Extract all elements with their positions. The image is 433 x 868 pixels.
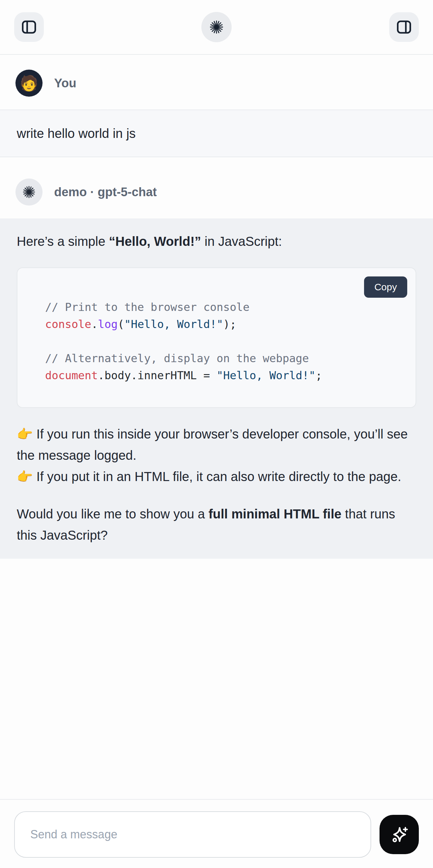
- assistant-tip-paragraph-2: 👉 If you put it in an HTML file, it can …: [17, 466, 416, 487]
- question-bold: full minimal HTML file: [209, 507, 341, 521]
- message-input[interactable]: [14, 811, 371, 858]
- panel-left-icon: [21, 19, 37, 35]
- assistant-question-paragraph: Would you like me to show you a full min…: [17, 503, 416, 546]
- code-token-plain: ;: [315, 369, 322, 382]
- sidebar-right-toggle-button[interactable]: [389, 12, 419, 42]
- code-token-plain: );: [223, 318, 237, 331]
- app-logo-button[interactable]: [202, 12, 231, 42]
- code-token-red: console: [45, 318, 91, 331]
- code-block: Copy // Print to the browser console con…: [17, 268, 416, 408]
- assistant-intro-paragraph: Here’s a simple “Hello, World!” in JavaS…: [17, 231, 416, 252]
- top-bar: [0, 0, 433, 55]
- code-token-comment: // Alternatively, display on the webpage: [45, 352, 309, 365]
- sparkle-send-icon: [389, 824, 410, 845]
- spacer: [0, 157, 433, 164]
- send-button[interactable]: [379, 815, 419, 854]
- user-role-label: You: [54, 76, 76, 90]
- user-avatar-emoji: 🧑: [20, 76, 38, 91]
- assistant-avatar: [16, 179, 42, 206]
- user-message: write hello world in js: [0, 110, 433, 157]
- chat-app-screen: 🧑 You write hello world in js demo · gpt…: [0, 0, 433, 868]
- code-token-plain: .: [91, 318, 98, 331]
- sidebar-left-toggle-button[interactable]: [14, 12, 44, 42]
- code-token-comment: // Print to the browser console: [45, 301, 250, 313]
- composer-bar: [0, 799, 433, 868]
- user-avatar: 🧑: [16, 70, 42, 97]
- code-token-plain: .body.innerHTML =: [98, 369, 216, 382]
- question-prefix: Would you like me to show you a: [17, 507, 209, 521]
- assistant-message: Here’s a simple “Hello, World!” in JavaS…: [0, 218, 433, 559]
- starburst-avatar-icon: [22, 185, 36, 199]
- user-role-row: 🧑 You: [0, 55, 433, 110]
- code-token-string: "Hello, World!": [216, 369, 315, 382]
- copy-code-button[interactable]: Copy: [364, 276, 407, 298]
- code-token-plain: (: [118, 318, 124, 331]
- starburst-logo-icon: [209, 20, 224, 34]
- assistant-role-row: demo · gpt-5-chat: [0, 164, 433, 218]
- intro-bold: “Hello, World!”: [109, 234, 201, 248]
- assistant-role-label: demo · gpt-5-chat: [54, 185, 157, 199]
- empty-chat-space: [0, 559, 433, 799]
- user-message-text: write hello world in js: [17, 126, 136, 141]
- panel-right-icon: [396, 19, 412, 35]
- intro-prefix: Here’s a simple: [17, 234, 109, 248]
- code-token-string: "Hello, World!": [124, 318, 223, 331]
- code-token-red: document: [45, 369, 98, 382]
- code-content: // Print to the browser console console.…: [18, 268, 415, 407]
- code-token-purple: log: [98, 318, 118, 331]
- intro-suffix: in JavaScript:: [201, 234, 282, 248]
- assistant-tip-paragraph-1: 👉 If you run this inside your browser’s …: [17, 423, 416, 466]
